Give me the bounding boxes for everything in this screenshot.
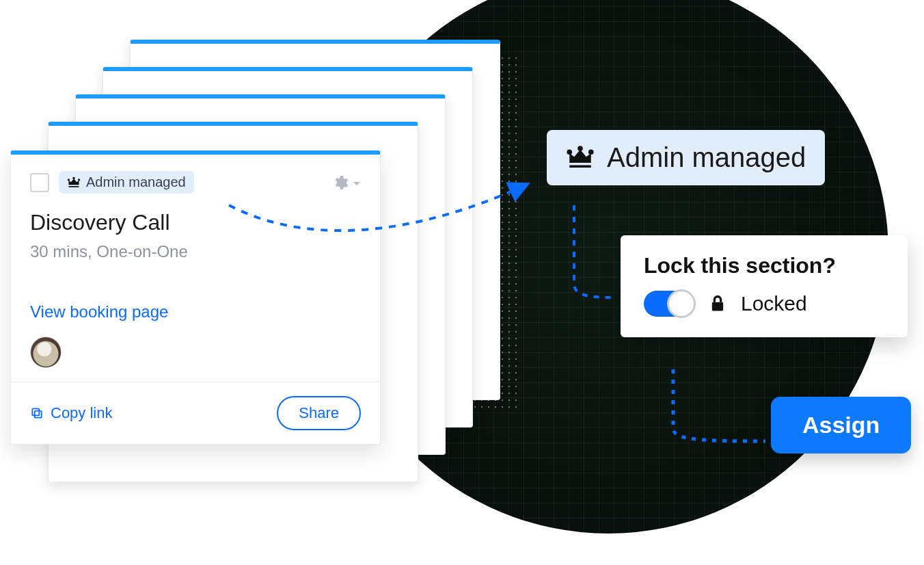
admin-managed-badge: Admin managed [59,171,194,194]
copy-link-label: Copy link [51,404,112,422]
lock-question: Lock this section? [644,253,884,278]
admin-managed-label: Admin managed [607,142,806,173]
toggle-knob [667,289,696,318]
svg-point-7 [588,149,594,155]
event-title: Discovery Call [30,210,361,235]
svg-point-0 [68,179,70,181]
chevron-down-icon [353,179,361,187]
lock-toggle[interactable] [644,291,694,317]
locked-label: Locked [741,292,807,315]
event-subtitle: 30 mins, One-on-One [30,242,361,261]
copy-icon [30,406,44,420]
lock-icon [708,294,727,313]
crown-icon [566,144,595,172]
share-button[interactable]: Share [277,396,361,430]
event-card: Admin managed Discovery Call 30 mins, On… [10,150,381,445]
svg-point-1 [72,176,74,179]
svg-rect-4 [32,408,39,415]
crown-icon [67,176,81,189]
gear-icon [332,174,349,191]
svg-point-2 [78,179,80,181]
card-settings-button[interactable] [332,174,361,191]
select-checkbox[interactable] [30,173,49,192]
copy-link-button[interactable]: Copy link [30,404,112,422]
svg-rect-8 [712,302,723,311]
svg-rect-3 [35,411,42,418]
svg-point-5 [567,149,572,155]
badge-label: Admin managed [86,174,186,190]
lock-section-popover: Lock this section? Locked [621,235,908,337]
avatar [30,337,62,368]
assign-button[interactable]: Assign [771,397,911,454]
admin-managed-popover: Admin managed [547,130,825,185]
svg-point-6 [578,146,583,151]
view-booking-link[interactable]: View booking page [30,302,361,321]
